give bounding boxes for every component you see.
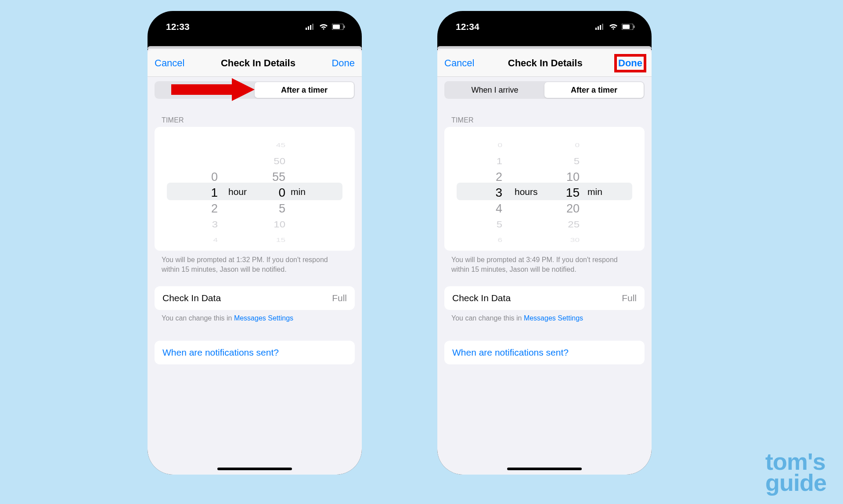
home-indicator (507, 468, 582, 470)
done-button[interactable]: Done (331, 58, 355, 69)
check-in-data-value: Full (332, 293, 347, 303)
modal-handle-shadow (437, 46, 652, 49)
notifications-info-link[interactable]: When are notifications sent? (155, 341, 355, 364)
battery-icon (622, 24, 635, 30)
check-in-data-label: Check In Data (452, 293, 511, 303)
status-time: 12:33 (166, 22, 190, 32)
svg-rect-6 (344, 25, 345, 28)
svg-rect-12 (623, 25, 630, 29)
battery-icon (332, 24, 345, 30)
svg-rect-0 (306, 28, 307, 30)
signal-icon (306, 24, 315, 30)
svg-rect-8 (598, 26, 599, 30)
svg-rect-10 (602, 24, 603, 30)
seg-when-i-arrive[interactable]: When I arrive (155, 82, 255, 98)
signal-icon (595, 24, 605, 30)
svg-rect-13 (634, 25, 635, 28)
check-in-data-row[interactable]: Check In Data Full (444, 286, 645, 310)
segmented-control[interactable]: When I arrive After a timer (444, 81, 645, 99)
notifications-info-link[interactable]: When are notifications sent? (444, 341, 645, 364)
page-title: Check In Details (508, 58, 583, 69)
messages-settings-link[interactable]: Messages Settings (524, 314, 583, 322)
timer-section-label: TIMER (162, 116, 355, 124)
wifi-icon (319, 23, 328, 30)
check-in-data-value: Full (622, 293, 637, 303)
navbar: Cancel Check In Details Done (148, 50, 362, 77)
status-time: 12:34 (456, 22, 479, 32)
phone-left: 12:33 Cancel Check In Details Done When … (148, 11, 362, 475)
status-bar: 12:33 (148, 11, 362, 43)
check-in-data-row[interactable]: Check In Data Full (155, 286, 355, 310)
check-in-subhint: You can change this in Messages Settings (162, 314, 348, 322)
timer-hint-text: You will be prompted at 3:49 PM. If you … (451, 255, 638, 274)
cancel-button[interactable]: Cancel (155, 58, 184, 69)
page-title: Check In Details (221, 58, 295, 69)
done-button[interactable]: Done (618, 58, 642, 69)
hour-unit-label: hour (228, 187, 247, 197)
svg-rect-5 (333, 25, 340, 29)
check-in-subhint: You can change this in Messages Settings (451, 314, 638, 322)
svg-rect-3 (312, 24, 313, 30)
timer-section-label: TIMER (451, 116, 645, 124)
brand-watermark: tom's guide (765, 451, 826, 493)
modal-handle-shadow (148, 46, 362, 49)
minute-unit-label: min (291, 187, 306, 197)
seg-after-a-timer[interactable]: After a timer (255, 82, 354, 98)
minute-unit-label: min (587, 187, 602, 197)
minute-picker[interactable]: 45 50 55 0 5 10 15 (256, 127, 321, 251)
svg-rect-9 (600, 25, 601, 30)
navbar: Cancel Check In Details Done (437, 50, 652, 77)
home-indicator (217, 468, 292, 470)
svg-rect-7 (595, 28, 597, 30)
svg-rect-1 (308, 26, 309, 30)
messages-settings-link[interactable]: Messages Settings (234, 314, 293, 322)
check-in-data-label: Check In Data (162, 293, 221, 303)
svg-rect-2 (310, 25, 311, 30)
timer-picker[interactable]: 0 1 2 3 4 5 6 0 5 10 15 (444, 127, 645, 251)
hour-unit-label: hours (515, 187, 538, 197)
timer-picker[interactable]: 0 1 2 3 4 45 50 55 0 5 10 (155, 127, 355, 251)
cancel-button[interactable]: Cancel (444, 58, 474, 69)
segmented-control[interactable]: When I arrive After a timer (155, 81, 355, 99)
seg-when-i-arrive[interactable]: When I arrive (445, 82, 544, 98)
seg-after-a-timer[interactable]: After a timer (544, 82, 644, 98)
timer-hint-text: You will be prompted at 1:32 PM. If you … (162, 255, 348, 274)
done-button-highlight-icon: Done (614, 54, 646, 72)
phone-right: 12:34 Cancel Check In Details Done When … (437, 11, 652, 475)
status-bar: 12:34 (437, 11, 652, 43)
wifi-icon (609, 23, 618, 30)
